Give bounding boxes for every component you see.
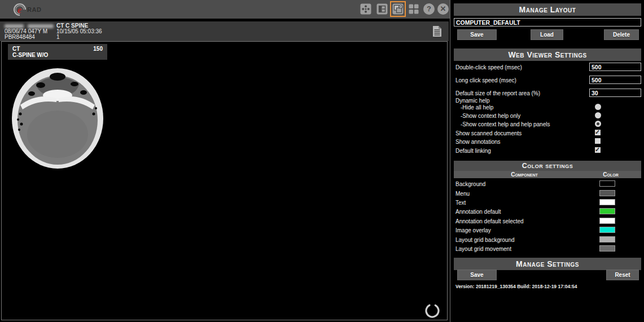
settings-save-button[interactable]: Save — [457, 270, 497, 280]
version-text: Version: 20181219_130354 Build: 2018-12-… — [455, 284, 577, 289]
ct-axial-image — [8, 60, 107, 171]
color-row-background-label: Background — [455, 181, 485, 187]
settings-panel: Manage Layout Save Load Delete Web Viewe… — [450, 0, 644, 322]
show-scanned-documents-label: Show scanned documents — [455, 130, 522, 136]
web-viewer-settings-header: Web Viewer Settings — [454, 48, 641, 61]
series-thumbnail[interactable]: CT 150 C-SPINE W/O — [8, 44, 107, 171]
loading-spinner-icon — [424, 302, 441, 319]
settings-reset-button[interactable]: Reset — [606, 270, 639, 280]
color-swatch-grid-movement[interactable] — [599, 245, 615, 252]
top-toolbar: e RAD ? ✕ — [0, 0, 450, 19]
color-swatch-background[interactable] — [599, 180, 615, 187]
study-datetime: 10/15/05 05:03:36 — [56, 29, 102, 34]
layout-save-button[interactable]: Save — [457, 29, 497, 40]
thumbnail-modality: CT — [12, 46, 20, 52]
show-annotations-checkbox[interactable] — [595, 138, 601, 144]
long-click-speed-label: Long click speed (msec) — [455, 77, 516, 83]
color-row-grid-background-label: Layout grid background — [455, 237, 515, 243]
thumbnail-label: CT 150 C-SPINE W/O — [8, 44, 107, 60]
show-scanned-documents-checkbox[interactable] — [595, 130, 601, 135]
color-swatch-annotation-selected[interactable] — [599, 218, 615, 224]
pan-tool-icon[interactable] — [360, 3, 371, 15]
screen-config-icon[interactable] — [392, 3, 404, 15]
color-row-annotation-default-label: Annotation default — [455, 209, 501, 215]
hide-all-help-radio[interactable] — [595, 104, 601, 110]
color-row-image-overlay-label: Image overlay — [455, 227, 491, 233]
color-swatch-annotation-default[interactable] — [599, 208, 615, 214]
color-settings-header: Color settings — [454, 161, 641, 171]
layout-name-input[interactable] — [454, 18, 641, 27]
color-swatch-menu[interactable] — [599, 190, 615, 196]
scanned-document-icon[interactable] — [432, 25, 442, 37]
erad-logo: e RAD — [14, 2, 76, 17]
manage-settings-header: Manage Settings — [454, 258, 641, 270]
thumbnail-series-description: C-SPINE W/O — [12, 52, 103, 58]
hide-all-help-label: -Hide all help — [461, 104, 493, 111]
thumbnail-image-count: 150 — [93, 46, 103, 52]
help-icon[interactable]: ? — [423, 3, 435, 15]
default-linking-label: Default linking — [455, 148, 491, 154]
dynamic-help-label: Dynamic help — [455, 98, 490, 104]
split-layout-icon[interactable] — [376, 3, 388, 15]
default-linking-checkbox[interactable] — [595, 147, 601, 153]
manage-layout-header: Manage Layout — [454, 3, 641, 16]
patient-name-redacted — [5, 23, 54, 29]
long-click-speed-input[interactable] — [589, 76, 641, 84]
color-row-text-label: Text — [455, 200, 466, 206]
double-click-speed-label: Double-click speed (msec) — [455, 64, 522, 70]
color-column-header: Color — [594, 171, 628, 178]
show-context-help-only-label: -Show context help only — [461, 113, 520, 119]
series-number: 1 — [56, 34, 102, 40]
report-area-size-input[interactable] — [589, 89, 641, 97]
show-context-help-panels-label: -Show context help and help panels — [461, 121, 550, 127]
color-row-annotation-selected-label: Annotation default selected — [455, 218, 524, 224]
layout-load-button[interactable]: Load — [531, 29, 563, 40]
layout-delete-button[interactable]: Delete — [604, 29, 639, 40]
color-row-menu-label: Menu — [455, 191, 470, 197]
image-viewer-area: CT 150 C-SPINE W/O — [1, 41, 448, 320]
color-row-grid-movement-label: Layout grid movement — [455, 246, 511, 252]
patient-id: PBR848484 — [5, 34, 54, 40]
color-swatch-grid-background[interactable] — [599, 236, 615, 242]
color-table-header: Component Color — [454, 171, 641, 178]
show-annotations-label: Show annotations — [455, 139, 501, 145]
show-context-help-only-radio[interactable] — [595, 112, 601, 118]
close-icon[interactable]: ✕ — [437, 3, 449, 15]
color-swatch-image-overlay[interactable] — [599, 227, 615, 233]
show-context-help-panels-radio[interactable] — [595, 121, 601, 127]
svg-text:e: e — [17, 5, 21, 15]
double-click-speed-input[interactable] — [589, 63, 641, 71]
component-column-header: Component — [454, 171, 595, 178]
color-swatch-text[interactable] — [599, 199, 615, 205]
grid-layout-icon[interactable] — [408, 3, 419, 15]
report-area-size-label: Default size of the report area (%) — [455, 90, 540, 96]
patient-info-bar: 08/06/74 047Y M PBR848484 CT C SPINE 10/… — [0, 21, 449, 41]
svg-text:RAD: RAD — [27, 6, 41, 13]
